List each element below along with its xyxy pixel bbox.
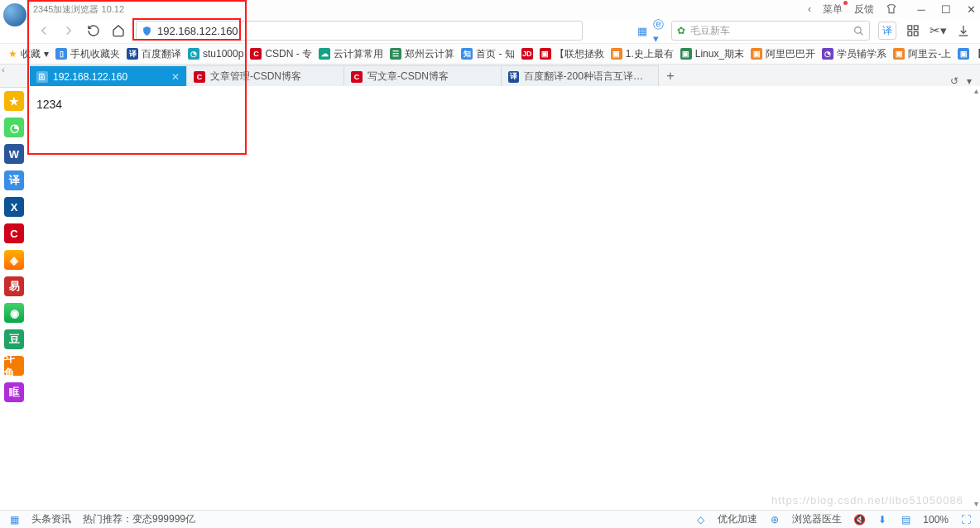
ie-mode-icon[interactable]: ⓔ ▾: [653, 23, 668, 38]
rail-app-icon[interactable]: 易: [4, 276, 24, 296]
rail-app-icon[interactable]: X: [4, 197, 24, 217]
accel-label[interactable]: 优化加速: [718, 512, 757, 526]
svg-rect-4: [908, 31, 912, 36]
download-status-icon[interactable]: ⬇: [877, 514, 888, 526]
window-left-icon[interactable]: ‹: [808, 3, 811, 15]
watermark-text: https://blog.csdn.net/libo51050086: [771, 494, 963, 506]
grid-apps-icon[interactable]: [906, 24, 920, 37]
scroll-down-icon[interactable]: ▾: [974, 499, 978, 508]
title-bar: 2345加速浏览器 10.12 ‹ 菜单 反馈 ─ ☐ ✕: [0, 0, 980, 18]
doctor-label[interactable]: 浏览器医生: [792, 512, 842, 526]
tab[interactable]: C 写文章-CSDN博客: [344, 65, 502, 87]
maximize-button[interactable]: ☐: [940, 3, 952, 15]
tab-active[interactable]: 🗎 192.168.122.160 ✕: [30, 65, 187, 87]
search-box[interactable]: ✿ 毛豆新车: [671, 21, 870, 41]
bookmark-item[interactable]: ▣1.史上最有: [611, 47, 674, 61]
bookmark-item[interactable]: 知首页 - 知: [461, 47, 515, 61]
doctor-icon: ⊕: [769, 514, 781, 526]
status-bar: ▦ 头条资讯 热门推荐：变态999999亿 ◇ 优化加速 ⊕ 浏览器医生 🔇 ⬇…: [0, 510, 980, 528]
reload-button[interactable]: [83, 20, 104, 41]
rail-game-icon[interactable]: ◈: [4, 250, 24, 270]
rail-douyu-icon[interactable]: 斗鱼: [4, 356, 24, 376]
rail-favorite-icon[interactable]: ★: [4, 91, 24, 111]
bookmark-item[interactable]: ▣阿里云-上: [893, 47, 951, 61]
favicon: JD: [521, 48, 533, 60]
rail-app-icon[interactable]: 眶: [4, 382, 24, 402]
favicon: 译: [508, 71, 519, 83]
minimize-button[interactable]: ─: [915, 3, 927, 15]
favicon: ☲: [390, 48, 401, 60]
download-icon[interactable]: [957, 24, 970, 37]
favicon: ◔: [188, 48, 199, 60]
sound-icon[interactable]: 🔇: [853, 514, 865, 526]
svg-rect-3: [914, 26, 918, 30]
rail-douban-icon[interactable]: 豆: [4, 329, 24, 349]
bookmark-item[interactable]: ▣【国际认证: [958, 47, 980, 61]
svg-point-0: [855, 26, 862, 33]
bookmark-item[interactable]: ☁云计算常用: [319, 47, 383, 61]
translate-button[interactable]: 译: [878, 22, 896, 40]
bookmark-item[interactable]: JD: [521, 48, 533, 60]
sidebar-rail: ★ ◔ W 译 X C ◈ 易 ◉ 豆 斗鱼 眶: [0, 86, 28, 510]
phone-icon: ▯: [55, 48, 67, 60]
bookmark-item[interactable]: ☲郑州云计算: [390, 47, 454, 61]
news-label[interactable]: 头条资讯: [31, 512, 71, 526]
favorites-button[interactable]: ★收藏 ▾: [8, 47, 49, 61]
favicon: ☁: [319, 48, 330, 60]
feedback-button[interactable]: 反馈: [854, 2, 874, 17]
nav-bar: 192.168.122.160 ▦ ⓔ ▾ ✿ 毛豆新车 译 ✂▾: [0, 18, 980, 43]
tab-label: 文章管理-CSDN博客: [210, 70, 301, 84]
net-icon[interactable]: ▤: [900, 514, 911, 526]
sidebar-collapse-icon[interactable]: ‹: [2, 65, 5, 74]
rail-word-icon[interactable]: W: [4, 144, 24, 164]
snip-icon[interactable]: ✂▾: [930, 23, 947, 38]
bookmark-item[interactable]: ▣Linux_期末: [680, 47, 744, 61]
favicon: ▣: [540, 48, 551, 60]
tab[interactable]: C 文章管理-CSDN博客: [187, 65, 344, 87]
address-bar[interactable]: 192.168.122.160: [136, 21, 583, 41]
svg-rect-2: [908, 26, 912, 30]
tab-label: 192.168.122.160: [53, 71, 127, 83]
scroll-up-icon[interactable]: ▴: [974, 86, 978, 95]
page-content: 1234: [28, 86, 980, 510]
tab-close-icon[interactable]: ✕: [171, 71, 180, 83]
bookmark-item[interactable]: ◔学员辅学系: [822, 47, 886, 61]
page-body-text: 1234: [36, 98, 62, 111]
rail-csdn-icon[interactable]: C: [4, 223, 24, 243]
close-window-button[interactable]: ✕: [965, 3, 977, 15]
menu-button[interactable]: 菜单: [823, 2, 843, 17]
back-button[interactable]: [33, 20, 55, 41]
bookmark-item[interactable]: CCSDN - 专: [250, 47, 312, 61]
bookmark-item[interactable]: ▣【联想拯救: [540, 47, 604, 61]
svg-line-1: [860, 32, 862, 35]
news-icon[interactable]: ▦: [8, 514, 20, 526]
fullscreen-icon[interactable]: ⛶: [960, 514, 972, 526]
home-button[interactable]: [108, 20, 129, 41]
tab-label: 百度翻译-200种语言互译、沟…: [524, 70, 651, 84]
restore-tab-icon[interactable]: ↺: [950, 75, 958, 87]
bookmark-item[interactable]: ▣阿里巴巴开: [751, 47, 815, 61]
favicon: ◔: [822, 48, 833, 60]
tab-label: 写文章-CSDN博客: [368, 70, 449, 84]
tab[interactable]: 译 百度翻译-200种语言互译、沟…: [502, 65, 659, 87]
favicon: ▣: [611, 48, 622, 60]
favicon: ▣: [751, 48, 762, 60]
forward-button[interactable]: [58, 20, 79, 41]
skin-icon[interactable]: [886, 3, 897, 15]
bookmark-item[interactable]: ◔stu1000p: [188, 48, 243, 60]
qr-icon[interactable]: ▦: [635, 23, 650, 38]
tabs-menu-icon[interactable]: ▾: [967, 75, 972, 87]
zoom-label[interactable]: 100%: [923, 514, 949, 526]
bookmark-item[interactable]: 译百度翻译: [127, 47, 181, 61]
search-placeholder: 毛豆新车: [690, 24, 730, 38]
rail-translate-icon[interactable]: 译: [4, 170, 24, 190]
rail-app-icon[interactable]: ◉: [4, 303, 24, 323]
new-tab-button[interactable]: +: [659, 65, 682, 87]
favicon: C: [194, 71, 205, 83]
rail-history-icon[interactable]: ◔: [4, 118, 24, 137]
favicon: 知: [461, 48, 473, 60]
bookmark-item[interactable]: ▯手机收藏夹: [55, 47, 120, 61]
search-icon[interactable]: [853, 26, 864, 36]
user-avatar[interactable]: [3, 3, 26, 26]
hot-recommend[interactable]: 热门推荐：变态999999亿: [83, 512, 195, 526]
